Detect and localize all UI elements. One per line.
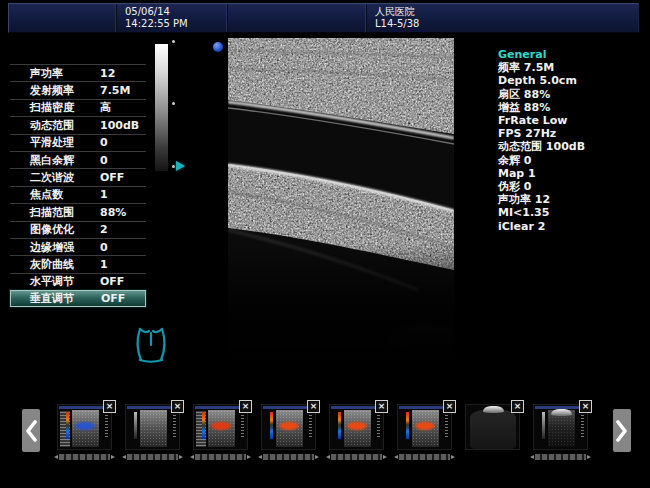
info-line: iClear 2 bbox=[498, 220, 646, 233]
thumbnail-close-icon[interactable]: × bbox=[579, 400, 592, 413]
thumbnail-image[interactable]: × bbox=[329, 404, 384, 450]
thumbnail-doppler-patch bbox=[75, 422, 95, 430]
parameter-value: 0 bbox=[100, 154, 108, 167]
parameter-row[interactable]: 水平调节OFF bbox=[10, 273, 146, 290]
parameter-label: 灰阶曲线 bbox=[30, 257, 74, 272]
thumbnail-bmode-area bbox=[140, 410, 167, 447]
thumbnail-caption bbox=[127, 454, 178, 460]
parameter-label: 发射频率 bbox=[30, 83, 74, 98]
thumbnail-scroll-right-button[interactable] bbox=[613, 409, 631, 452]
probe-model: L14-5/38 bbox=[375, 18, 638, 30]
thumbnail-image[interactable]: × bbox=[125, 404, 180, 450]
info-line: 余辉 0 bbox=[498, 154, 646, 167]
info-line: Map 1 bbox=[498, 167, 646, 180]
date-text: 05/06/14 bbox=[125, 6, 227, 18]
chevron-left-icon bbox=[25, 420, 37, 442]
info-line: 频率 7.5M bbox=[498, 61, 646, 74]
info-line: FrRate Low bbox=[498, 114, 646, 127]
parameter-row[interactable]: 二次谐波OFF bbox=[10, 168, 146, 185]
parameter-row[interactable]: 扫描范围88% bbox=[10, 203, 146, 220]
thumbnail-image[interactable]: × bbox=[261, 404, 316, 450]
parameter-value: OFF bbox=[100, 171, 124, 184]
thumbnail-image[interactable]: × bbox=[533, 404, 588, 450]
thumbnail-close-icon[interactable]: × bbox=[443, 400, 456, 413]
parameter-row[interactable]: 灰阶曲线1 bbox=[10, 255, 146, 272]
info-line: Depth 5.0cm bbox=[498, 74, 646, 87]
thumbnail-nearfield-arc bbox=[483, 406, 504, 413]
image-info-panel: General 频率 7.5MDepth 5.0cm扇区 88%增益 88%Fr… bbox=[498, 48, 646, 233]
thumbnail-image[interactable]: × bbox=[57, 404, 112, 450]
thumbnail-close-icon[interactable]: × bbox=[511, 400, 524, 413]
thumbnail-caption bbox=[399, 454, 450, 460]
ultrasound-image[interactable] bbox=[228, 38, 454, 363]
parameter-label: 动态范围 bbox=[30, 118, 74, 133]
thumbnail-caption bbox=[59, 454, 110, 460]
thumbnail-doppler-patch bbox=[279, 422, 299, 430]
thumbnail-colorbar bbox=[406, 412, 409, 439]
parameter-row[interactable]: 动态范围100dB bbox=[10, 116, 146, 133]
thumbnail-sidetext bbox=[377, 412, 380, 439]
thumbnail-caption bbox=[535, 454, 586, 460]
parameter-label: 黑白余辉 bbox=[30, 153, 74, 168]
thumbnail-close-icon[interactable]: × bbox=[375, 400, 388, 413]
parameter-label: 垂直调节 bbox=[30, 291, 74, 306]
parameter-value: 100dB bbox=[100, 119, 139, 132]
parameter-value: 1 bbox=[100, 188, 108, 201]
parameter-label: 扫描密度 bbox=[30, 100, 74, 115]
thumbnail-image[interactable]: × bbox=[397, 404, 452, 450]
parameter-row[interactable]: 焦点数1 bbox=[10, 186, 146, 203]
parameter-label: 水平调节 bbox=[30, 274, 74, 289]
patient-cell bbox=[228, 4, 367, 32]
parameter-value: 12 bbox=[100, 67, 115, 80]
thumbnail-caption bbox=[263, 454, 314, 460]
thumbnail-colorbar bbox=[542, 412, 545, 439]
parameter-row[interactable]: 黑白余辉0 bbox=[10, 151, 146, 168]
parameter-row[interactable]: 扫描密度高 bbox=[10, 99, 146, 116]
parameter-value: 高 bbox=[100, 100, 111, 115]
parameter-label: 焦点数 bbox=[30, 187, 63, 202]
orientation-marker-dot bbox=[213, 42, 223, 52]
focal-position-marker[interactable] bbox=[176, 161, 185, 171]
thumbnail-close-icon[interactable]: × bbox=[103, 400, 116, 413]
thumbnail-colorbar bbox=[338, 412, 341, 439]
thumbnail-colorbar bbox=[270, 412, 273, 439]
thumbnail-scroll-left-button[interactable] bbox=[22, 409, 40, 452]
parameter-value: 0 bbox=[100, 241, 108, 254]
depth-scale-mark bbox=[172, 40, 175, 43]
thumbnail-sidetext bbox=[309, 412, 312, 439]
thumbnail-close-icon[interactable]: × bbox=[239, 400, 252, 413]
thumbnail-caption bbox=[195, 454, 246, 460]
logo-cell bbox=[9, 4, 117, 32]
parameter-value: 2 bbox=[100, 223, 108, 236]
parameter-value: 0 bbox=[100, 136, 108, 149]
thumbnail-nearfield-arc bbox=[551, 409, 572, 416]
parameter-label: 平滑处理 bbox=[30, 135, 74, 150]
parameter-label: 边缘增强 bbox=[30, 240, 74, 255]
hospital-cell: 人民医院 L14-5/38 bbox=[367, 4, 638, 32]
parameter-label: 扫描范围 bbox=[30, 205, 74, 220]
datetime-cell: 05/06/14 14:22:55 PM bbox=[117, 4, 228, 32]
parameter-value: 7.5M bbox=[100, 84, 130, 97]
thumbnail-sidetext bbox=[173, 412, 176, 439]
parameter-row[interactable]: 垂直调节OFF bbox=[10, 290, 146, 307]
parameter-row[interactable]: 声功率12 bbox=[10, 64, 146, 81]
thumbnail-convex-image bbox=[470, 409, 516, 449]
time-text: 14:22:55 PM bbox=[125, 18, 227, 30]
parameter-row[interactable]: 边缘增强0 bbox=[10, 238, 146, 255]
thumbnail-image[interactable]: × bbox=[465, 404, 520, 450]
thumbnail-close-icon[interactable]: × bbox=[171, 400, 184, 413]
thumbnail-close-icon[interactable]: × bbox=[307, 400, 320, 413]
thumbnail-image[interactable]: × bbox=[193, 404, 248, 450]
parameter-row[interactable]: 平滑处理0 bbox=[10, 134, 146, 151]
parameter-label: 二次谐波 bbox=[30, 170, 74, 185]
thumbnail-colorbar bbox=[134, 412, 137, 439]
grayscale-bar bbox=[155, 44, 168, 171]
parameter-value: OFF bbox=[100, 275, 124, 288]
body-marker-icon bbox=[132, 324, 170, 366]
thumbnail-doppler-patch bbox=[211, 422, 231, 430]
parameter-row[interactable]: 图像优化2 bbox=[10, 221, 146, 238]
thumbnail-caption bbox=[331, 454, 382, 460]
ultrasound-screen: 05/06/14 14:22:55 PM 人民医院 L14-5/38 声功率12… bbox=[0, 0, 650, 488]
parameter-value: 1 bbox=[100, 258, 108, 271]
parameter-row[interactable]: 发射频率7.5M bbox=[10, 81, 146, 98]
